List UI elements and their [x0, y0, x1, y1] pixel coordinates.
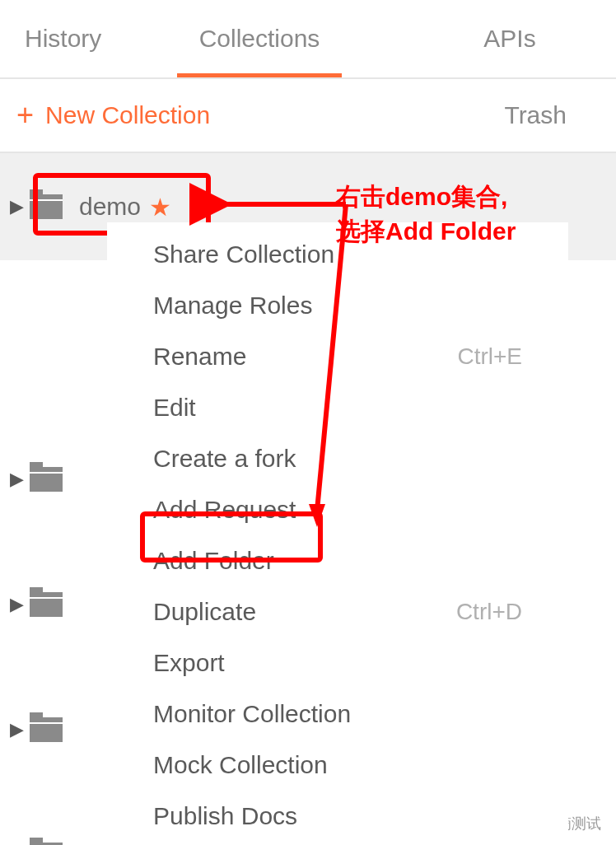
folder-icon — [30, 717, 63, 742]
folder-icon — [30, 592, 63, 617]
chevron-right-icon[interactable]: ▶ — [10, 469, 25, 490]
menu-item-label: Add Request — [153, 496, 296, 524]
menu-item-shortcut: Ctrl+E — [457, 343, 522, 370]
chevron-right-icon[interactable]: ▶ — [10, 719, 25, 740]
collection-row[interactable]: ▶ — [0, 542, 115, 667]
new-collection-button[interactable]: + New Collection — [16, 100, 210, 130]
tab-bar: History Collections APIs — [0, 0, 616, 79]
new-collection-label: New Collection — [45, 101, 210, 129]
menu-item-label: Rename — [153, 343, 246, 371]
background-collections: ▶ ▶ ▶ ▶ — [0, 417, 115, 845]
trash-link[interactable]: Trash — [504, 101, 567, 129]
star-icon[interactable]: ★ — [149, 193, 171, 222]
menu-item-remove-from-workspace[interactable]: Remove from workspace — [107, 842, 568, 845]
menu-item-create-fork[interactable]: Create a fork — [107, 433, 568, 484]
context-menu: Share Collection Manage Roles Rename Ctr… — [107, 222, 568, 845]
annotation-line-1: 右击demo集合, — [336, 180, 608, 214]
menu-item-shortcut: Ctrl+D — [456, 599, 522, 625]
menu-item-rename[interactable]: Rename Ctrl+E — [107, 331, 568, 382]
menu-item-mock-collection[interactable]: Mock Collection — [107, 740, 568, 791]
annotation-text: 右击demo集合, 选择Add Folder — [336, 180, 608, 249]
menu-item-label: Add Folder — [153, 547, 274, 575]
menu-item-label: Create a fork — [153, 445, 296, 473]
menu-item-add-request[interactable]: Add Request — [107, 484, 568, 535]
plus-icon: + — [16, 100, 34, 130]
menu-item-label: Mock Collection — [153, 751, 328, 779]
chevron-right-icon[interactable]: ▶ — [10, 594, 25, 615]
tab-history[interactable]: History — [16, 2, 156, 76]
collection-row[interactable]: ▶ — [0, 667, 115, 792]
folder-icon — [30, 194, 63, 219]
menu-item-manage-roles[interactable]: Manage Roles — [107, 280, 568, 331]
menu-item-label: Share Collection — [153, 240, 334, 268]
annotation-line-2: 选择Add Folder — [336, 214, 608, 249]
chevron-right-icon[interactable]: ▶ — [10, 196, 25, 217]
tab-apis[interactable]: APIs — [362, 2, 600, 76]
tab-collections[interactable]: Collections — [156, 2, 362, 76]
collection-row[interactable]: ▶ — [0, 417, 115, 542]
menu-item-add-folder[interactable]: Add Folder — [107, 535, 568, 586]
collections-toolbar: + New Collection Trash — [0, 79, 616, 153]
menu-item-edit[interactable]: Edit — [107, 382, 568, 433]
menu-item-label: Duplicate — [153, 598, 256, 626]
menu-item-publish-docs[interactable]: Publish Docs — [107, 791, 568, 842]
menu-item-label: Publish Docs — [153, 802, 297, 830]
menu-item-label: Export — [153, 649, 225, 677]
folder-icon — [30, 467, 63, 492]
menu-item-duplicate[interactable]: Duplicate Ctrl+D — [107, 586, 568, 637]
menu-item-label: Monitor Collection — [153, 700, 351, 728]
collection-name: demo — [79, 193, 141, 221]
menu-item-label: Manage Roles — [153, 292, 312, 320]
menu-item-label: Edit — [153, 394, 196, 422]
menu-item-export[interactable]: Export — [107, 637, 568, 689]
menu-item-monitor-collection[interactable]: Monitor Collection — [107, 689, 568, 740]
collection-row[interactable]: ▶ — [0, 792, 115, 845]
